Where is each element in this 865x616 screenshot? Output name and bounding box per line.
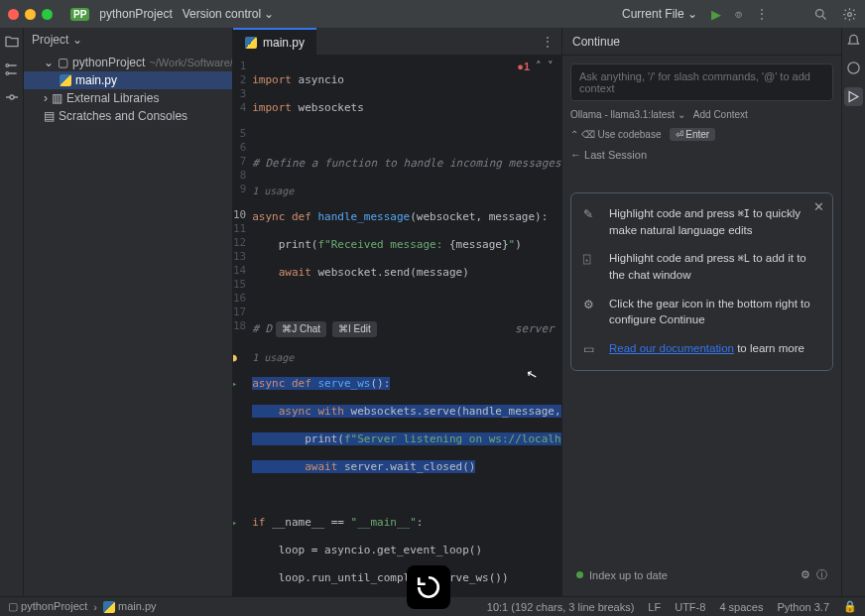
svg-line-1 bbox=[822, 16, 825, 19]
close-icon[interactable]: ✕ bbox=[813, 199, 824, 214]
edit-icon: ✎ bbox=[583, 206, 599, 238]
inlay-edit-button[interactable]: ⌘I Edit bbox=[332, 321, 377, 337]
continue-tool-icon[interactable] bbox=[844, 87, 863, 106]
tree-root[interactable]: ⌄ ▢ pythonProject ~/Work/Software/Playgr… bbox=[24, 54, 232, 71]
ask-input[interactable]: Ask anything, '/' for slash commands, '@… bbox=[570, 63, 833, 101]
left-tool-rail bbox=[0, 28, 24, 596]
continue-panel: Continue Ask anything, '/' for slash com… bbox=[562, 28, 841, 596]
continue-header: Continue bbox=[562, 28, 841, 56]
caret-position[interactable]: 10:1 (192 chars, 3 line breaks) bbox=[487, 601, 635, 613]
add-context-chip[interactable]: Add Context bbox=[693, 109, 748, 120]
help-card: ✕ ✎ Highlight code and press ⌘I to quick… bbox=[570, 192, 833, 371]
project-panel: Project ⌄ ⌄ ▢ pythonProject ~/Work/Softw… bbox=[24, 28, 233, 596]
svg-point-15 bbox=[848, 62, 859, 73]
tree-file-main[interactable]: main.py bbox=[24, 71, 232, 89]
minimize-window[interactable] bbox=[25, 9, 36, 20]
chevron-down-icon: ⌄ bbox=[687, 7, 697, 21]
settings-icon[interactable] bbox=[842, 7, 857, 22]
index-status: Index up to date ⚙ ⓘ bbox=[570, 561, 833, 588]
python-file-icon bbox=[245, 37, 257, 49]
encoding[interactable]: UTF-8 bbox=[675, 601, 705, 613]
breadcrumb[interactable]: main.py bbox=[103, 600, 157, 613]
title-bar: PP pythonProject Version control ⌄ Curre… bbox=[0, 0, 865, 28]
svg-point-0 bbox=[816, 9, 824, 17]
right-tool-rail bbox=[841, 28, 865, 596]
chevron-right-icon: › bbox=[44, 91, 48, 105]
chevron-down-icon: ⌄ bbox=[44, 56, 54, 69]
help-icon[interactable]: ⓘ bbox=[816, 567, 827, 582]
maximize-window[interactable] bbox=[42, 9, 53, 20]
run-button[interactable]: ▶ bbox=[711, 7, 721, 22]
svg-point-2 bbox=[848, 12, 852, 16]
book-icon: ▭ bbox=[583, 341, 599, 358]
gear-icon: ⚙ bbox=[583, 297, 599, 328]
run-config-selector[interactable]: Current File ⌄ bbox=[622, 7, 697, 21]
commit-tool-icon[interactable] bbox=[4, 89, 20, 105]
chevron-down-icon: ⌄ bbox=[264, 7, 274, 21]
interpreter[interactable]: Python 3.7 bbox=[777, 601, 829, 613]
notifications-icon[interactable] bbox=[846, 34, 861, 49]
editor: main.py ⋮ ●1 ˄ ˅ 1234 56789 101112131415… bbox=[233, 28, 562, 596]
tab-more-icon[interactable]: ⋮ bbox=[542, 35, 554, 49]
project-panel-header[interactable]: Project ⌄ bbox=[24, 28, 232, 52]
code-editor[interactable]: ●1 ˄ ˅ 1234 56789 101112131415161718 imp… bbox=[233, 56, 561, 596]
run-gutter-icon[interactable]: ▶ bbox=[233, 516, 236, 530]
vcs-menu[interactable]: Version control ⌄ bbox=[183, 7, 275, 21]
inlay-chat-button[interactable]: ⌘J Chat bbox=[276, 321, 326, 337]
structure-tool-icon[interactable] bbox=[4, 62, 20, 77]
scratch-icon: ▤ bbox=[44, 109, 55, 123]
library-icon: ▥ bbox=[52, 91, 62, 105]
svg-point-4 bbox=[6, 72, 9, 75]
project-tool-icon[interactable] bbox=[4, 34, 20, 50]
svg-point-5 bbox=[10, 95, 14, 99]
folder-icon: ▢ bbox=[58, 56, 68, 69]
project-tree: ⌄ ▢ pythonProject ~/Work/Software/Playgr… bbox=[24, 52, 232, 127]
search-icon[interactable] bbox=[813, 7, 828, 22]
line-separator[interactable]: LF bbox=[648, 601, 661, 613]
settings-icon[interactable]: ⚙ bbox=[801, 568, 810, 581]
project-selector[interactable]: pythonProject bbox=[99, 7, 172, 21]
editor-tab-main[interactable]: main.py bbox=[233, 28, 316, 56]
window-controls[interactable] bbox=[8, 9, 53, 20]
docs-link[interactable]: Read our documentation bbox=[609, 342, 734, 354]
use-codebase-chip[interactable]: ⌃ ⌫ Use codebase bbox=[570, 129, 662, 140]
debug-button[interactable]: ⌾ bbox=[735, 7, 742, 21]
more-actions[interactable]: ⋮ bbox=[756, 7, 768, 21]
status-dot-icon bbox=[576, 571, 583, 578]
readonly-icon[interactable]: 🔒 bbox=[843, 600, 857, 613]
chat-icon: ⌺ bbox=[583, 251, 599, 283]
close-window[interactable] bbox=[8, 9, 19, 20]
python-file-icon bbox=[103, 601, 115, 613]
warning-icon: ● bbox=[233, 351, 237, 365]
tree-external-libs[interactable]: › ▥ External Libraries bbox=[24, 89, 232, 107]
indent-setting[interactable]: 4 spaces bbox=[719, 601, 763, 613]
enter-chip[interactable]: ⏎ Enter bbox=[670, 128, 716, 141]
model-selector[interactable]: Ollama - llama3.1:latest ⌄ bbox=[570, 109, 685, 120]
ai-assistant-icon[interactable] bbox=[846, 61, 861, 75]
refresh-overlay-icon bbox=[407, 565, 450, 609]
tree-scratches[interactable]: ▤ Scratches and Consoles bbox=[24, 107, 232, 125]
last-session-link[interactable]: ← Last Session bbox=[570, 149, 833, 161]
ide-badge: PP bbox=[70, 8, 89, 21]
run-gutter-icon[interactable]: ▶ bbox=[233, 377, 236, 391]
python-file-icon bbox=[60, 74, 71, 86]
breadcrumb[interactable]: ▢ pythonProject bbox=[8, 600, 87, 613]
chevron-down-icon: ⌄ bbox=[72, 33, 82, 47]
svg-point-3 bbox=[6, 64, 9, 67]
